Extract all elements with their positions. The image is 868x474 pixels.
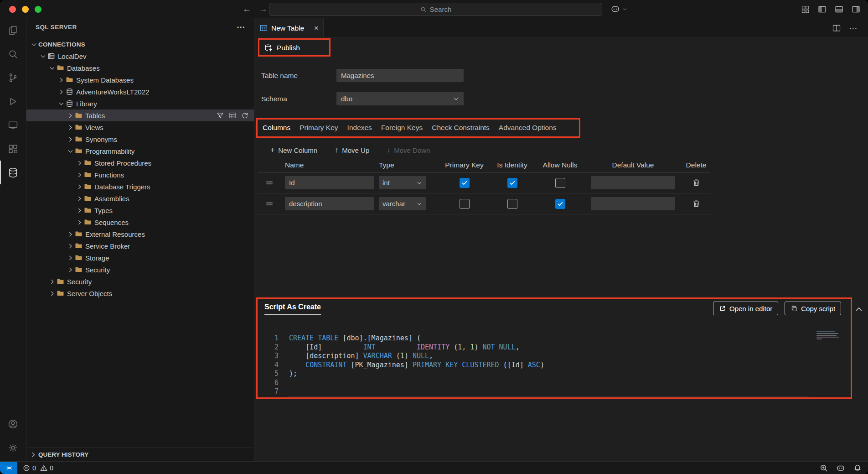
navigate-forward-icon[interactable]: →	[259, 4, 268, 14]
close-tab-icon[interactable]: ×	[314, 24, 319, 32]
code-text: );	[279, 370, 297, 379]
activity-bar-item-source-control[interactable]	[0, 66, 26, 89]
maximize-window-button[interactable]	[35, 6, 41, 13]
activity-bar-item-run-debug[interactable]	[0, 89, 26, 113]
chevron-right-icon	[47, 278, 57, 285]
publish-button[interactable]: Publish	[264, 41, 300, 55]
remote-indicator[interactable]: ><	[0, 462, 17, 474]
chevron-right-icon	[57, 88, 66, 95]
tree-item-external-resources[interactable]: External Resources	[26, 228, 254, 240]
toggle-sidebar-right-icon[interactable]	[851, 5, 861, 14]
designer-tab-indexes[interactable]: Indexes	[343, 119, 377, 137]
copilot-icon[interactable]	[837, 464, 845, 472]
activity-bar-item-settings[interactable]	[0, 436, 26, 459]
activity-bar-item-explorer[interactable]	[0, 18, 26, 42]
tree-item-tables[interactable]: Tables	[26, 109, 254, 121]
columns-table-header: NameTypePrimary KeyIs IdentityAllow Null…	[258, 158, 710, 172]
toggle-sidebar-left-icon[interactable]	[817, 5, 827, 14]
column-type-select[interactable]: int	[379, 176, 426, 189]
default-value-input[interactable]	[591, 176, 675, 189]
bell-icon[interactable]	[853, 464, 862, 472]
table-name-input[interactable]	[336, 69, 464, 82]
customize-layout-icon[interactable]	[801, 5, 810, 14]
designer-tab-columns[interactable]: Columns	[258, 119, 295, 137]
minimize-window-button[interactable]	[22, 6, 29, 13]
primary-key-checkbox[interactable]	[460, 199, 470, 209]
tree-item-programmability[interactable]: Programmability	[26, 145, 254, 157]
activity-bar-item-search[interactable]	[0, 42, 26, 66]
zoom-icon[interactable]	[820, 464, 828, 472]
refresh-icon[interactable]	[241, 112, 248, 119]
tree-item-service-broker[interactable]: Service Broker	[26, 240, 254, 252]
navigate-back-icon[interactable]: ←	[243, 4, 251, 14]
tree-item-stored-procedures[interactable]: Stored Procedures	[26, 157, 254, 169]
filter-icon[interactable]	[217, 112, 224, 119]
new-column-button[interactable]: +New Column	[270, 146, 317, 154]
more-actions-icon[interactable]: ⋯	[849, 23, 858, 33]
search-command-center[interactable]: Search	[269, 3, 602, 16]
open-in-editor-button[interactable]: Open in editor	[713, 302, 778, 315]
copilot-menu-button[interactable]	[611, 5, 627, 13]
tree-item-database-triggers[interactable]: Database Triggers	[26, 181, 254, 193]
designer-tab-advanced-options[interactable]: Advanced Options	[494, 119, 561, 137]
drag-handle-icon[interactable]	[265, 199, 274, 208]
activity-bar-item-extensions[interactable]	[0, 137, 26, 161]
toggle-panel-icon[interactable]	[834, 5, 844, 14]
tab-new-table[interactable]: New Table ×	[254, 18, 324, 38]
column-name-input[interactable]	[285, 176, 374, 189]
activity-bar-item-account[interactable]	[0, 412, 26, 436]
allow-nulls-checkbox[interactable]	[555, 178, 565, 188]
tree-item-library[interactable]: Library	[26, 98, 254, 109]
is-identity-checkbox[interactable]	[507, 178, 517, 188]
tree-item-functions[interactable]: Functions	[26, 169, 254, 181]
column-type-select[interactable]: varchar	[379, 197, 426, 210]
tree-item-synonyms[interactable]: Synonyms	[26, 133, 254, 145]
split-editor-icon[interactable]	[832, 24, 841, 33]
allow-nulls-checkbox[interactable]	[555, 199, 565, 209]
tree-item-security[interactable]: Security	[26, 276, 254, 287]
tree-item-databases[interactable]: Databases	[26, 62, 254, 74]
primary-key-checkbox[interactable]	[460, 178, 470, 188]
designer-tab-primary-key[interactable]: Primary Key	[295, 119, 342, 137]
delete-cell	[682, 199, 710, 208]
activity-bar-item-remote-explorer[interactable]	[0, 113, 26, 137]
close-window-button[interactable]	[9, 6, 16, 13]
tree-item-security[interactable]: Security	[26, 264, 254, 276]
copy-icon	[790, 305, 798, 312]
trash-icon[interactable]	[692, 178, 701, 187]
schema-select[interactable]: dbo	[336, 92, 464, 105]
drag-handle-icon[interactable]	[265, 178, 274, 188]
tree-item-label: Security	[85, 266, 110, 274]
tree-item-sequences[interactable]: Sequences	[26, 216, 254, 228]
allow-nulls-cell	[536, 199, 584, 209]
chevron-down-icon	[57, 100, 66, 107]
copy-script-button[interactable]: Copy script	[785, 302, 841, 315]
tree-item-server-objects[interactable]: Server Objects	[26, 287, 254, 299]
designer-tab-check-constraints[interactable]: Check Constraints	[427, 119, 494, 137]
is-identity-checkbox[interactable]	[507, 199, 517, 209]
tree-item-system-databases[interactable]: System Databases	[26, 74, 254, 86]
trash-icon[interactable]	[692, 199, 701, 208]
tree-item-assemblies[interactable]: Assemblies	[26, 193, 254, 204]
more-actions-icon[interactable]: ⋯	[237, 22, 246, 32]
script-code[interactable]: 1CREATE TABLE [dbo].[Magazines] (2 [Id] …	[258, 334, 544, 396]
tree-item-types[interactable]: Types	[26, 204, 254, 216]
tree-item-localdev[interactable]: LocalDev	[26, 50, 254, 62]
designer-tab-foreign-keys[interactable]: Foreign Keys	[377, 119, 427, 137]
tree-item-adventureworkslt2022[interactable]: AdventureWorksLT2022	[26, 86, 254, 98]
tree-item-views[interactable]: Views	[26, 121, 254, 133]
query-history-section[interactable]: QUERY HISTORY	[26, 448, 254, 461]
chevron-right-icon	[75, 159, 84, 167]
problems-status[interactable]: 0 0	[23, 464, 55, 472]
move-up-button[interactable]: ↑Move Up	[335, 146, 369, 154]
tree-item-connections[interactable]: CONNECTIONS	[26, 38, 254, 50]
activity-bar-item-sql-server[interactable]	[0, 161, 26, 184]
table-grid-icon[interactable]	[229, 112, 236, 119]
column-name-input[interactable]	[285, 197, 374, 210]
chevron-up-icon[interactable]	[854, 305, 863, 314]
plus-icon: +	[270, 146, 274, 154]
chevron-right-icon	[66, 124, 75, 131]
default-value-input[interactable]	[591, 197, 675, 210]
tree-item-storage[interactable]: Storage	[26, 252, 254, 264]
chevron-right-icon	[66, 230, 75, 238]
